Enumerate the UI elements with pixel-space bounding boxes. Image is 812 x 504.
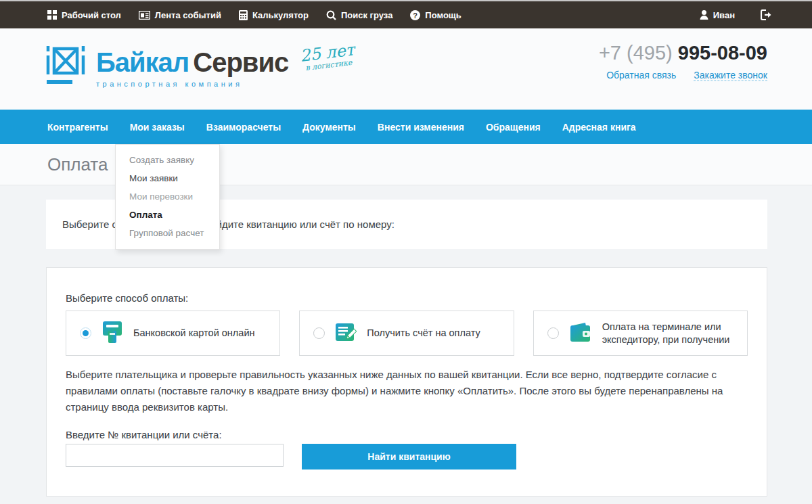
topbar-item-calculator[interactable]: Калькулятор <box>239 10 309 20</box>
main-nav: Контрагенты Мои заказы Взаиморасчеты Док… <box>0 110 812 144</box>
radio[interactable] <box>80 327 91 339</box>
crate-logo-icon <box>45 43 87 88</box>
topbar-item-desktop[interactable]: Рабочий стол <box>47 10 121 20</box>
brand-name: БайкалСервис <box>96 49 288 76</box>
top-utility-bar: Рабочий стол Лента событий Калькулятор П… <box>0 1 812 28</box>
topbar-item-label: Поиск груза <box>341 10 392 20</box>
topbar-item-label: Помощь <box>425 10 461 20</box>
nav-item-address-book[interactable]: Адресная книга <box>551 122 647 133</box>
calculator-icon <box>239 10 248 20</box>
news-feed-icon <box>139 11 150 20</box>
card-terminal-icon <box>102 321 123 346</box>
invoice-icon <box>335 321 357 346</box>
nav-item-appeals[interactable]: Обращения <box>475 122 551 133</box>
dropdown-item[interactable]: Мои перевозки <box>116 187 219 206</box>
method-label: Выберите способ оплаты: <box>66 292 748 304</box>
find-receipt-button[interactable]: Найти квитанцию <box>302 444 516 469</box>
payment-card: Выберите способ оплаты: Банковской карто… <box>46 267 767 497</box>
topbar-item-feed[interactable]: Лента событий <box>139 10 221 20</box>
nav-item-documents[interactable]: Документы <box>292 122 367 133</box>
user-icon <box>700 10 708 20</box>
nav-item-my-orders[interactable]: Мои заказы <box>119 122 196 133</box>
payment-option-label: Оплата на терминале или экспедитору, при… <box>602 321 744 345</box>
topbar-item-label: Калькулятор <box>252 10 309 20</box>
nav-item-settlements[interactable]: Взаиморасчеты <box>196 122 292 133</box>
payment-option-label: Получить счёт на оплату <box>367 327 480 339</box>
payment-description: Выберите плательщика и проверьте правиль… <box>66 367 748 415</box>
payment-option[interactable]: Оплата на терминале или экспедитору, при… <box>533 311 748 356</box>
search-icon <box>326 10 336 20</box>
phone-number: +7 (495) 995-08-09 <box>599 42 767 64</box>
receipt-number-input[interactable] <box>66 444 284 467</box>
dropdown-item[interactable]: Групповой расчет <box>116 224 219 242</box>
topbar-item-label: Лента событий <box>155 10 221 20</box>
topbar-item-help[interactable]: ? Помощь <box>410 10 461 20</box>
brand-tagline: транспортная компания <box>96 80 288 88</box>
logout-icon[interactable] <box>761 9 773 20</box>
payment-option[interactable]: Получить счёт на оплату <box>299 311 514 356</box>
feedback-link[interactable]: Обратная связь <box>606 70 676 81</box>
site-header: БайкалСервис транспортная компания 25 ле… <box>0 28 812 110</box>
payment-option[interactable]: Банковской картой онлайн <box>66 311 280 356</box>
topbar-item-label: Рабочий стол <box>62 10 121 20</box>
topbar-item-cargo-search[interactable]: Поиск груза <box>326 10 392 20</box>
svg-text:?: ? <box>413 11 418 19</box>
intro-text: Выберите способ оплаты или найдите квита… <box>62 219 394 230</box>
radio[interactable] <box>313 327 325 339</box>
dropdown-item[interactable]: Создать заявку <box>116 151 219 169</box>
radio[interactable] <box>547 327 559 339</box>
payment-option-label: Банковской картой онлайн <box>133 327 255 339</box>
desktop-grid-icon <box>47 10 57 20</box>
dropdown-item[interactable]: Мои заявки <box>116 169 219 187</box>
page-title: Оплата <box>47 154 108 175</box>
help-icon: ? <box>410 10 420 20</box>
username: Иван <box>713 10 735 20</box>
anniversary-badge: 25 лет в логистике <box>299 41 357 73</box>
brand-logo[interactable]: БайкалСервис транспортная компания 25 ле… <box>45 43 355 88</box>
user-menu[interactable]: Иван <box>700 10 735 20</box>
callback-link[interactable]: Закажите звонок <box>694 70 767 81</box>
my-orders-dropdown: Создать заявку Мои заявки Мои перевозки … <box>115 144 220 250</box>
receipt-number-label: Введите № квитанции или счёта: <box>66 429 748 440</box>
wallet-icon <box>569 321 592 346</box>
nav-item-make-changes[interactable]: Внести изменения <box>367 122 475 133</box>
dropdown-item[interactable]: Оплата <box>116 206 219 224</box>
nav-item-contractors[interactable]: Контрагенты <box>37 122 119 133</box>
